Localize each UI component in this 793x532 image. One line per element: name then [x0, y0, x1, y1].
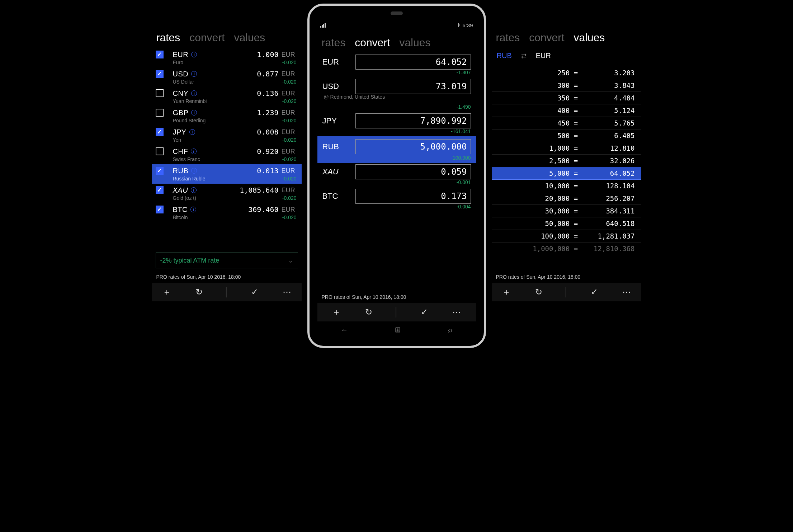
- currency-checkbox[interactable]: [156, 109, 164, 117]
- rate-row[interactable]: USDi0.877EUR: [152, 67, 302, 79]
- currency-checkbox[interactable]: [156, 70, 164, 78]
- info-icon[interactable]: i: [190, 207, 196, 212]
- convert-input[interactable]: [355, 113, 471, 128]
- values-lhs: 10,000 =: [498, 182, 580, 190]
- info-icon[interactable]: i: [191, 149, 197, 154]
- rate-subrow: US Dollar-0.020: [152, 79, 302, 87]
- values-row[interactable]: 30,000 =384.311: [492, 205, 641, 217]
- currency-code: BTC: [322, 192, 351, 201]
- rate-row[interactable]: BTCi369.460EUR: [152, 203, 302, 215]
- currency-checkbox[interactable]: [156, 128, 164, 136]
- tab-rates[interactable]: rates: [496, 32, 520, 44]
- rate-row[interactable]: GBPi1.239EUR: [152, 106, 302, 118]
- currency-checkbox[interactable]: [156, 51, 164, 58]
- convert-input[interactable]: [355, 79, 471, 94]
- values-row[interactable]: 250 =3.203: [492, 67, 641, 79]
- values-rhs: 384.311: [580, 207, 634, 215]
- values-row[interactable]: 5,000 =64.052: [492, 167, 641, 180]
- appbar-separator: │: [394, 307, 399, 317]
- rate-unit: EUR: [282, 90, 298, 97]
- atm-rate-select[interactable]: -2% typical ATM rate ⌄: [156, 253, 298, 268]
- rate-subrow: Yuan Renminbi-0.020: [152, 98, 302, 106]
- home-button[interactable]: ⊞: [395, 325, 401, 334]
- currency-checkbox[interactable]: [156, 147, 164, 155]
- values-rhs: 12,810.368: [580, 245, 634, 253]
- rate-value: 369.460: [248, 205, 278, 214]
- rates-timestamp: PRO rates of Sun, Apr 10 2016, 18:00: [152, 271, 302, 283]
- confirm-button[interactable]: ✓: [587, 287, 601, 297]
- tab-convert[interactable]: convert: [529, 32, 564, 44]
- more-button[interactable]: ⋯: [280, 287, 294, 297]
- refresh-button[interactable]: ↻: [192, 287, 206, 297]
- info-icon[interactable]: i: [191, 90, 197, 96]
- tab-values[interactable]: values: [234, 32, 265, 44]
- values-row[interactable]: 350 =4.484: [492, 92, 641, 104]
- app-bar: ＋ ↻ │ ✓ ⋯: [492, 283, 641, 301]
- values-row[interactable]: 100,000 =1,281.037: [492, 230, 641, 243]
- atm-rate-label: -2% typical ATM rate: [160, 257, 220, 264]
- rate-value: 0.008: [257, 128, 278, 136]
- values-lhs: 5,000 =: [498, 169, 580, 177]
- info-icon[interactable]: i: [191, 187, 197, 193]
- values-row[interactable]: 1,000,000 =12,810.368: [492, 243, 641, 255]
- convert-input[interactable]: [355, 139, 471, 154]
- rate-row[interactable]: RUBi0.013EUR: [152, 164, 302, 176]
- tab-convert[interactable]: convert: [189, 32, 225, 44]
- rate-row[interactable]: XAUi1,085.640EUR: [152, 184, 302, 195]
- currency-checkbox[interactable]: [156, 167, 164, 175]
- tab-convert[interactable]: convert: [355, 37, 390, 49]
- values-from-currency[interactable]: RUB: [497, 52, 512, 60]
- rate-unit: EUR: [282, 206, 298, 213]
- values-row[interactable]: 2,500 =32.026: [492, 155, 641, 167]
- rate-row[interactable]: JPYi0.008EUR: [152, 126, 302, 137]
- currency-checkbox[interactable]: [156, 206, 164, 213]
- signal-icon: [320, 23, 326, 28]
- add-button[interactable]: ＋: [499, 286, 514, 298]
- info-icon[interactable]: i: [191, 52, 197, 57]
- search-button[interactable]: ⌕: [448, 326, 452, 334]
- info-icon[interactable]: i: [191, 71, 197, 77]
- values-row[interactable]: 300 =3.843: [492, 79, 641, 92]
- info-icon[interactable]: i: [189, 129, 195, 135]
- tab-values[interactable]: values: [574, 32, 605, 44]
- rate-row[interactable]: CHFi0.920EUR: [152, 145, 302, 156]
- confirm-button[interactable]: ✓: [417, 307, 431, 317]
- refresh-button[interactable]: ↻: [532, 287, 546, 297]
- convert-input[interactable]: [355, 164, 471, 179]
- values-row[interactable]: 1,000 =12.810: [492, 142, 641, 155]
- values-rhs: 1,281.037: [580, 232, 634, 240]
- convert-input[interactable]: [355, 55, 471, 70]
- add-button[interactable]: ＋: [329, 306, 344, 318]
- tab-rates[interactable]: rates: [156, 32, 180, 44]
- rate-delta: -0.020: [279, 60, 298, 65]
- add-button[interactable]: ＋: [160, 286, 174, 298]
- rate-delta: -0.020: [279, 118, 298, 123]
- values-row[interactable]: 400 =5.124: [492, 104, 641, 117]
- more-button[interactable]: ⋯: [449, 307, 464, 317]
- values-lhs: 30,000 =: [498, 207, 580, 215]
- values-rhs: 12.810: [580, 144, 634, 152]
- values-row[interactable]: 10,000 =128.104: [492, 180, 641, 192]
- info-icon[interactable]: i: [191, 168, 197, 174]
- values-row[interactable]: 500 =6.405: [492, 130, 641, 142]
- values-row[interactable]: 20,000 =256.207: [492, 192, 641, 205]
- values-lhs: 300 =: [498, 81, 580, 89]
- currency-checkbox[interactable]: [156, 186, 164, 194]
- values-to-currency[interactable]: EUR: [536, 52, 551, 60]
- values-row[interactable]: 450 =5.765: [492, 117, 641, 130]
- currency-checkbox[interactable]: [156, 89, 164, 97]
- info-icon[interactable]: i: [191, 110, 197, 116]
- convert-input[interactable]: [355, 189, 471, 204]
- currency-code: JPY: [173, 128, 187, 136]
- tab-values[interactable]: values: [400, 37, 431, 49]
- more-button[interactable]: ⋯: [619, 287, 634, 297]
- swap-icon[interactable]: ⇄: [521, 52, 527, 60]
- values-row[interactable]: 50,000 =640.518: [492, 217, 641, 230]
- confirm-button[interactable]: ✓: [247, 287, 262, 297]
- rate-row[interactable]: CNYi0.136EUR: [152, 87, 302, 98]
- app-bar: ＋ ↻ │ ✓ ⋯: [317, 303, 476, 321]
- back-button[interactable]: ←: [341, 326, 348, 334]
- refresh-button[interactable]: ↻: [362, 307, 376, 317]
- rate-row[interactable]: EURi1.000EUR: [152, 48, 302, 60]
- tab-rates[interactable]: rates: [322, 37, 346, 49]
